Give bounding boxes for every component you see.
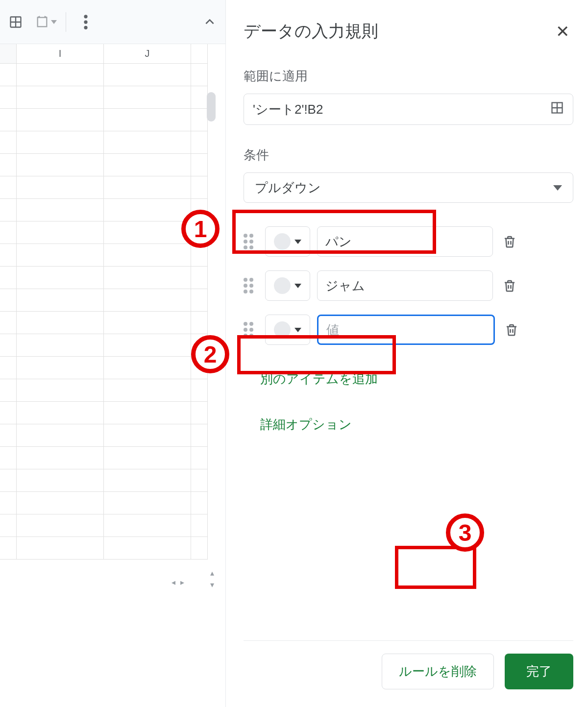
grid-row[interactable] [0, 424, 225, 447]
grid-row[interactable] [0, 64, 225, 86]
svg-rect-1 [38, 17, 47, 26]
close-icon[interactable]: ✕ [552, 20, 573, 43]
item-color-picker[interactable] [265, 315, 310, 345]
svg-point-4 [84, 26, 87, 29]
horizontal-scroll-arrows[interactable]: ◂ ▸ [172, 578, 205, 585]
grid-row[interactable] [0, 267, 225, 289]
grid-row[interactable] [0, 109, 225, 131]
insert-chip-button[interactable] [35, 15, 57, 29]
delete-rule-button[interactable]: ルールを削除 [382, 654, 494, 689]
drag-handle-icon[interactable] [244, 322, 258, 338]
grid-row[interactable] [0, 86, 225, 109]
data-validation-panel: データの入力規則 ✕ 範囲に適用 'シート2'!B2 条件 プルダウン [225, 0, 588, 707]
grid-row[interactable] [0, 154, 225, 176]
panel-header: データの入力規則 ✕ [244, 20, 573, 43]
chevron-down-icon [553, 185, 562, 191]
grid-row[interactable] [0, 469, 225, 492]
more-vert-icon[interactable] [75, 11, 97, 33]
color-chip [274, 321, 291, 338]
range-section-label: 範囲に適用 [244, 68, 573, 85]
grid-row[interactable] [0, 312, 225, 334]
grid-row[interactable] [0, 289, 225, 312]
delete-item-icon[interactable] [502, 320, 521, 340]
advanced-options-button[interactable]: 詳細オプション [244, 407, 368, 442]
grid-row[interactable] [0, 492, 225, 514]
drag-handle-icon[interactable] [244, 234, 258, 249]
done-button[interactable]: 完了 [505, 654, 573, 689]
grid-row[interactable] [0, 379, 225, 402]
column-header[interactable] [191, 44, 208, 64]
panel-footer: ルールを削除 完了 [244, 640, 573, 707]
scroll-left-icon[interactable]: ◂ [172, 578, 175, 585]
panel-title: データの入力規則 [244, 20, 378, 43]
grid-row[interactable] [0, 402, 225, 424]
scroll-up-icon[interactable]: ▴ [206, 568, 219, 578]
column-header[interactable]: I [17, 44, 104, 64]
chevron-down-icon [294, 284, 301, 288]
grid-row[interactable] [0, 447, 225, 469]
add-item-button[interactable]: 別のアイテムを追加 [244, 362, 394, 396]
item-value-input[interactable] [317, 226, 493, 257]
drag-handle-icon[interactable] [244, 278, 258, 293]
svg-point-3 [84, 21, 87, 24]
annotation-circle-3: 3 [446, 513, 484, 552]
column-header[interactable]: J [104, 44, 191, 64]
color-chip [274, 233, 291, 250]
dropdown-item-row [244, 226, 573, 257]
vertical-scroll-arrows[interactable]: ▴ ▾ [206, 568, 219, 589]
condition-section-label: 条件 [244, 146, 573, 164]
condition-select[interactable]: プルダウン [244, 172, 573, 203]
delete-item-icon[interactable] [500, 276, 519, 295]
grid-row[interactable] [0, 176, 225, 199]
item-color-picker[interactable] [265, 270, 310, 301]
svg-point-2 [84, 15, 87, 18]
dropdown-item-row [244, 270, 573, 301]
column-headers-row: I J [0, 44, 225, 64]
grid-row[interactable] [0, 244, 225, 267]
condition-selected-text: プルダウン [255, 179, 553, 196]
toolbar-separator [66, 12, 66, 32]
scroll-down-icon[interactable]: ▾ [206, 580, 219, 589]
delete-item-icon[interactable] [500, 232, 519, 251]
chevron-down-icon [294, 240, 301, 244]
dropdown-item-row [244, 315, 573, 345]
annotation-circle-2: 2 [191, 335, 229, 373]
collapse-up-icon[interactable] [199, 11, 220, 33]
item-color-picker[interactable] [265, 226, 310, 257]
annotation-circle-1: 1 [181, 210, 220, 248]
scroll-right-icon[interactable]: ▸ [180, 578, 184, 585]
toolbar [0, 0, 225, 44]
color-chip [274, 277, 291, 294]
grid-select-icon[interactable] [550, 101, 564, 118]
range-value-text: 'シート2'!B2 [253, 101, 550, 118]
grid-row[interactable] [0, 514, 225, 537]
grid-row[interactable] [0, 537, 225, 560]
grid-body[interactable]: // rows generated below after data load;… [0, 64, 225, 560]
dropdown-items-area: 別のアイテムを追加 詳細オプション [244, 226, 573, 442]
item-value-input[interactable] [317, 315, 495, 345]
chevron-down-icon [294, 328, 301, 332]
grid-row[interactable] [0, 131, 225, 154]
range-input[interactable]: 'シート2'!B2 [244, 94, 573, 125]
vertical-scrollbar-thumb[interactable] [207, 92, 216, 122]
table-icon-button[interactable] [5, 11, 26, 33]
item-value-input[interactable] [317, 270, 493, 301]
